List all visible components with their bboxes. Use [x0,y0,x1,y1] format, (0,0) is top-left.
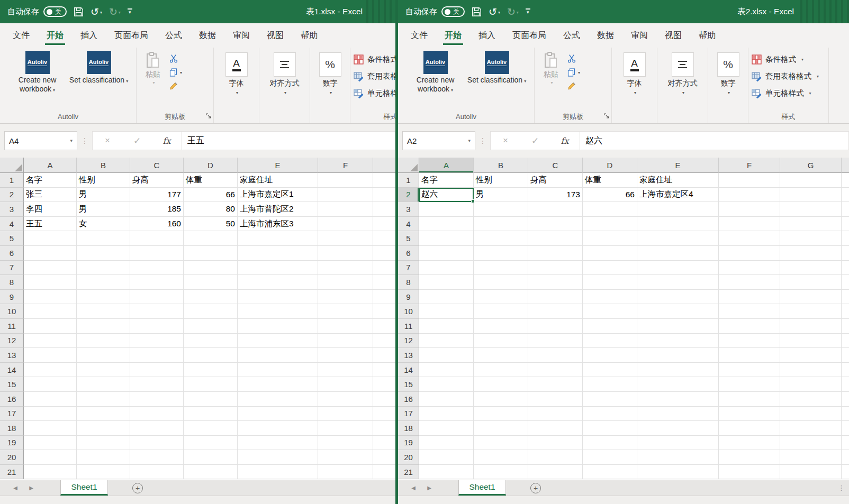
grid-cell[interactable] [373,290,395,305]
row-header[interactable]: 10 [0,304,24,319]
grid-cell[interactable] [238,319,318,334]
row-header[interactable]: 4 [398,217,419,232]
sheet-nav-right-icon[interactable]: ▶ [23,480,39,496]
grid-cell[interactable] [130,334,184,349]
grid-cell[interactable] [637,261,719,276]
grid-cell[interactable] [528,334,583,349]
column-header[interactable]: C [130,158,184,173]
grid-cell[interactable] [528,465,583,480]
grid-cell[interactable] [583,290,637,305]
grid-cell[interactable] [780,275,842,290]
grid-cell[interactable] [373,304,395,319]
grid-cell[interactable] [719,436,780,451]
format-painter-icon[interactable] [567,82,576,90]
grid-cell[interactable] [419,450,474,465]
grid-cell[interactable] [474,304,528,319]
grid-cell[interactable] [419,290,474,305]
row-header[interactable]: 7 [398,261,419,276]
grid-cell[interactable] [842,436,849,451]
name-box[interactable]: A2 ▾ [402,131,475,150]
grid-cell[interactable] [528,363,583,378]
grid-cell[interactable] [77,436,130,451]
grid-cell[interactable] [842,290,849,305]
grid-cell[interactable] [637,450,719,465]
grid-cell[interactable] [719,377,780,392]
grid-cell[interactable] [842,450,849,465]
grid-cell[interactable] [373,334,395,349]
grid-cell[interactable]: 性别 [474,173,528,188]
grid-cell[interactable] [474,377,528,392]
grid-cell[interactable] [373,421,395,436]
menu-tab-page-layout[interactable]: 页面布局 [106,23,157,48]
grid-cell[interactable] [528,421,583,436]
row-header[interactable]: 12 [398,334,419,349]
column-header[interactable]: G [780,158,842,173]
grid-cell[interactable] [474,407,528,421]
grid-cell[interactable] [528,377,583,392]
grid-cell[interactable] [130,231,184,246]
insert-function-icon[interactable]: fx [152,136,182,146]
grid-cell[interactable] [583,348,637,363]
grid-cell[interactable] [780,304,842,319]
grid-cell[interactable] [719,304,780,319]
grid-cell[interactable] [780,450,842,465]
menu-tab-insert[interactable]: 插入 [72,23,106,48]
row-header[interactable]: 13 [398,348,419,363]
row-header[interactable]: 13 [0,348,24,363]
grid-cell[interactable] [318,377,373,392]
grid-cell[interactable] [238,363,318,378]
grid-cell[interactable] [184,319,238,334]
grid-cell[interactable] [842,173,849,188]
grid-cell[interactable] [474,275,528,290]
grid-cell[interactable] [780,202,842,217]
undo-icon[interactable]: ↺▾ [489,7,500,17]
grid-cell[interactable] [528,392,583,407]
grid-cell[interactable] [719,290,780,305]
grid-cell[interactable] [24,450,77,465]
grid-cell[interactable] [842,363,849,378]
row-header[interactable]: 14 [398,363,419,378]
menu-tab-home[interactable]: 开始 [38,23,72,48]
grid-cell[interactable] [318,217,373,232]
add-sheet-button[interactable]: + [127,480,148,496]
grid-cell[interactable]: 身高 [528,173,583,188]
save-icon[interactable] [472,7,482,17]
grid-cell[interactable] [637,246,719,261]
grid-cell[interactable] [373,450,395,465]
grid-cell[interactable] [419,436,474,451]
grid-cell[interactable] [318,261,373,276]
grid-cell[interactable]: 上海市普陀区2 [238,202,318,217]
row-header[interactable]: 6 [0,246,24,261]
grid-cell[interactable] [637,348,719,363]
grid-cell[interactable] [842,348,849,363]
grid-cell[interactable] [637,275,719,290]
menu-tab-help[interactable]: 帮助 [292,23,326,48]
sheet-nav-right-icon[interactable]: ▶ [421,480,437,496]
grid-cell[interactable] [528,202,583,217]
grid-cell[interactable] [419,334,474,349]
menu-tab-page-layout[interactable]: 页面布局 [504,23,555,48]
grid-cell[interactable]: 赵六 [419,188,474,203]
grid-cell[interactable]: 性别 [77,173,130,188]
grid-cell[interactable] [184,290,238,305]
grid-cell[interactable] [318,246,373,261]
grid-cell[interactable] [474,436,528,451]
grid-cell[interactable] [238,348,318,363]
column-header[interactable]: E [238,158,318,173]
grid-cell[interactable] [238,377,318,392]
grid-cell[interactable] [238,231,318,246]
customize-quick-access-icon[interactable]: ▾ [128,8,132,15]
grid-cell[interactable] [77,261,130,276]
grid-cell[interactable] [318,188,373,203]
grid-cell[interactable] [318,231,373,246]
grid-cell[interactable] [780,377,842,392]
grid-cell[interactable] [184,377,238,392]
grid-cell[interactable] [373,261,395,276]
grid-cell[interactable] [474,363,528,378]
grid-cell[interactable] [637,319,719,334]
grid-cell[interactable] [419,202,474,217]
grid-cell[interactable]: 王五 [24,217,77,232]
grid-cell[interactable] [780,261,842,276]
grid-cell[interactable] [474,261,528,276]
grid-cell[interactable] [419,465,474,480]
